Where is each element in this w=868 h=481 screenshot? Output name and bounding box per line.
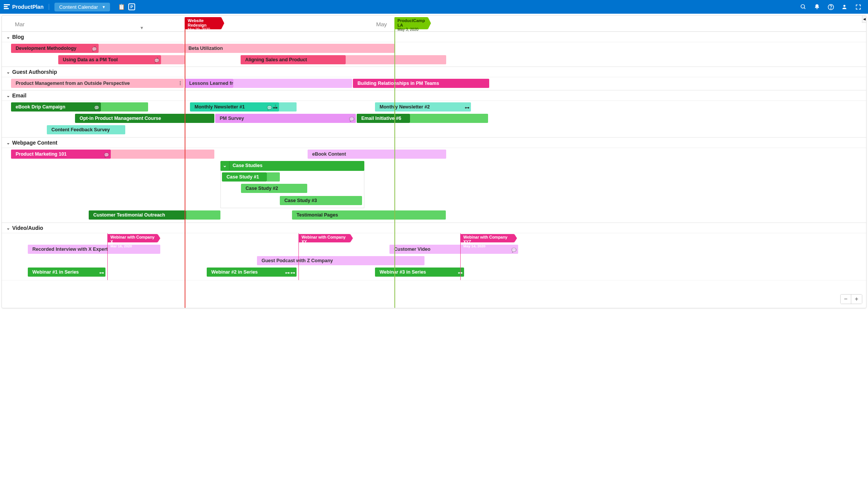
bar-label: Product Marketing 101 xyxy=(16,151,67,157)
comment-icon: 💬 xyxy=(511,245,517,255)
bar-lessons-learned-from-company-x[interactable]: Lessons Learned from Company X xyxy=(185,79,233,88)
bar-label: Webinar #3 in Series xyxy=(380,269,426,275)
link-icon xyxy=(290,268,295,278)
month-dropdown-icon[interactable]: ▼ xyxy=(140,25,144,30)
lane-body: Development Methodology💬Beta Utilization… xyxy=(2,42,866,67)
sidebar-toggle[interactable]: ◀ xyxy=(862,15,866,23)
inner-milestone[interactable]: Webinar with Company XYZMay 14, 2020 xyxy=(460,234,514,242)
bar-development-methodology[interactable]: Development Methodology💬 xyxy=(11,44,99,53)
bar-aligning-sales-and-product[interactable]: Aligning Sales and Product xyxy=(241,55,346,64)
bar-label: Beta Utilization xyxy=(188,46,223,51)
milestone-website-redesign[interactable]: Website RedesignMar 29, 2020 xyxy=(185,17,221,29)
lanes-container: ⌄BlogDevelopment Methodology💬Beta Utiliz… xyxy=(2,32,866,280)
brand-logo[interactable]: ProductPlan xyxy=(4,4,49,10)
zoom-in-button[interactable]: + xyxy=(851,295,862,304)
bar-label: eBook Drip Campaign xyxy=(16,104,65,110)
header-tool-icons: 📋 P xyxy=(116,2,135,12)
bar-label: Opt-in Product Management Course xyxy=(80,116,161,121)
svg-line-1 xyxy=(804,8,805,9)
bell-icon[interactable] xyxy=(811,1,823,13)
bar-product-management-from-an-outside-perspective[interactable]: Product Management from an Outside Persp… xyxy=(11,79,184,88)
lane-header-blog[interactable]: ⌄Blog xyxy=(2,32,866,42)
expand-icon[interactable]: ⌄ xyxy=(220,161,230,170)
comment-icon: 💬 xyxy=(104,150,109,159)
bar-monthly-newsletter-1[interactable]: Monthly Newsletter #1💬 xyxy=(190,102,279,111)
bar-case-studies[interactable]: ⌄Case Studies xyxy=(220,161,364,171)
bar-webinar-2-in-series[interactable]: Webinar #2 in Series xyxy=(207,268,297,277)
bar-beta-utilization[interactable]: Beta Utilization xyxy=(184,44,395,53)
bar-webinar-3-in-series[interactable]: Webinar #3 in Series xyxy=(375,268,464,277)
comment-icon: 💬 xyxy=(92,45,97,54)
bar-label: Customer Video xyxy=(394,247,431,252)
zoom-out-button[interactable]: − xyxy=(841,295,851,304)
plan-selector[interactable]: Content Calendar ▼ xyxy=(54,3,110,11)
bar-label: eBook Content xyxy=(312,151,346,157)
drag-icon xyxy=(180,81,181,85)
bar-ebook-drip-campaign[interactable]: eBook Drip Campaign💬 xyxy=(11,102,101,111)
bar-label: Product Management from an Outside Persp… xyxy=(16,81,130,86)
bar-overlay xyxy=(111,150,214,159)
bar-email-initiative-6[interactable]: Email Initiative #6 xyxy=(357,114,410,123)
link-icon xyxy=(285,268,290,278)
bar-guest-podcast-with-z-company[interactable]: Guest Podcast with Z Company xyxy=(257,256,424,265)
lane-body: Product Marketing 101💬eBook Content⌄Case… xyxy=(2,148,866,223)
inner-milestone[interactable]: Webinar with Company XYApr 17, 2020 xyxy=(298,234,350,242)
bar-webinar-1-in-series[interactable]: Webinar #1 in Series xyxy=(28,268,105,277)
bar-label: Webinar #1 in Series xyxy=(32,269,79,275)
chevron-down-icon: ⌄ xyxy=(6,140,10,145)
app-header: ProductPlan Content Calendar ▼ 📋 P xyxy=(0,0,868,14)
bar-label: Using Data as a PM Tool xyxy=(63,57,118,62)
timeline-header: Q2 ▼ MarMay xyxy=(2,16,866,32)
chevron-down-icon: ⌄ xyxy=(6,226,10,231)
bar-label: Testimonial Pages xyxy=(297,212,338,218)
bar-case-study-3[interactable]: Case Study #3 xyxy=(280,196,362,205)
plan-name: Content Calendar xyxy=(59,4,98,10)
bar-case-study-2[interactable]: Case Study #2 xyxy=(241,184,307,193)
bar-monthly-newsletter-2[interactable]: Monthly Newsletter #2 xyxy=(375,102,471,111)
chevron-down-icon: ⌄ xyxy=(6,35,10,40)
brand-name: ProductPlan xyxy=(12,4,43,10)
svg-point-0 xyxy=(801,5,804,8)
bar-overlay xyxy=(279,102,297,111)
help-icon[interactable] xyxy=(825,1,837,13)
comment-icon: 💬 xyxy=(349,115,354,124)
user-icon[interactable] xyxy=(838,1,850,13)
bar-pm-survey[interactable]: PM Survey💬 xyxy=(215,114,356,123)
bar-case-study-1[interactable]: Case Study #1 xyxy=(222,172,267,182)
bar-building-relationships-in-pm-teams[interactable]: Building Relationships in PM Teams xyxy=(353,79,489,88)
bar-label: Aligning Sales and Product xyxy=(245,57,307,62)
bar-using-data-as-a-pm-tool[interactable]: Using Data as a PM Tool💬 xyxy=(58,55,161,64)
clipboard-icon[interactable]: 📋 xyxy=(116,2,127,12)
month-label: May xyxy=(376,21,387,27)
bar-label: Case Studies xyxy=(233,163,263,168)
bar-label: Development Methodology xyxy=(16,46,77,51)
bar-overlay xyxy=(267,172,280,182)
inner-milestone[interactable]: Webinar with Company XMar 16, 2020 xyxy=(107,234,158,242)
lane-header-video-audio[interactable]: ⌄Video/Audio xyxy=(2,223,866,233)
bar-label: Building Relationships in PM Teams xyxy=(357,81,439,86)
bar-ebook-content[interactable]: eBook Content xyxy=(308,150,446,159)
bar-label: Case Study #3 xyxy=(284,198,317,203)
lane-header-email[interactable]: ⌄Email xyxy=(2,90,866,101)
bar-overlay xyxy=(346,55,446,64)
bar-customer-testimonial-outreach[interactable]: Customer Testimonial Outreach xyxy=(89,210,186,220)
bar-opt-in-product-management-course[interactable]: Opt-in Product Management Course xyxy=(75,114,214,123)
bar-product-marketing-101[interactable]: Product Marketing 101💬 xyxy=(11,150,111,159)
link-icon xyxy=(99,268,104,278)
link-icon xyxy=(465,103,469,113)
bar-content-feedback-survey[interactable]: Content Feedback Survey xyxy=(47,125,125,134)
bar-overlay xyxy=(161,55,185,64)
chevron-down-icon: ⌄ xyxy=(6,70,10,75)
lane-header-guest-authorship[interactable]: ⌄Guest Authorship xyxy=(2,67,866,77)
bar-testimonial-pages[interactable]: Testimonial Pages xyxy=(292,210,446,220)
drag-icon xyxy=(275,105,276,109)
svg-point-4 xyxy=(843,5,845,7)
parking-lot-icon[interactable]: P xyxy=(128,3,135,10)
lane-header-webpage-content[interactable]: ⌄Webpage Content xyxy=(2,137,866,148)
bar-overlay xyxy=(99,44,184,53)
search-icon[interactable] xyxy=(797,1,809,13)
svg-point-3 xyxy=(830,8,831,9)
comment-icon: 💬 xyxy=(154,56,160,65)
fullscreen-icon[interactable] xyxy=(852,1,864,13)
milestone-productcamp-la[interactable]: ProductCamp LAMay 3, 2020 xyxy=(394,17,428,29)
